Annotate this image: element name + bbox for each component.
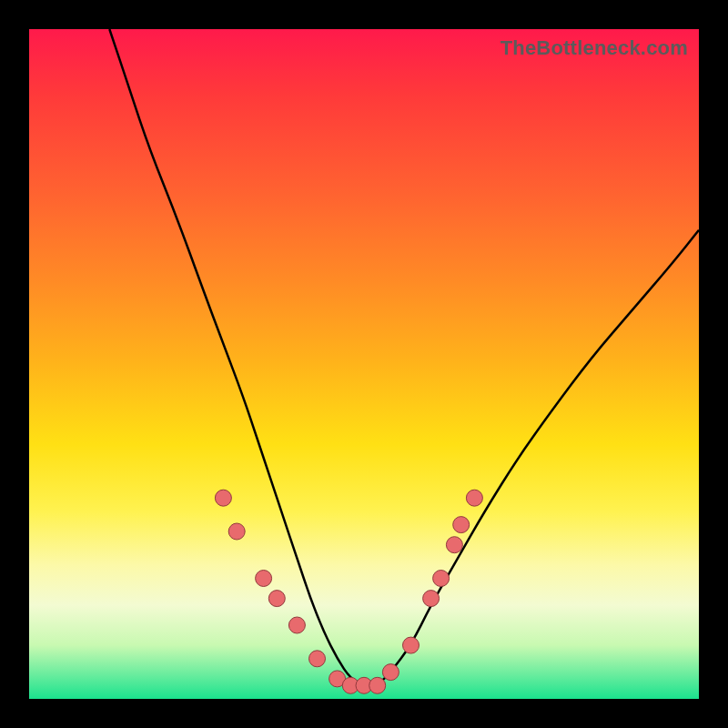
curve-dots [215,490,482,693]
curve-dot [403,637,420,653]
curve-line [109,29,699,685]
curve-dot [423,591,440,607]
curve-dot [433,571,450,587]
bottleneck-curve [29,29,699,699]
curve-dot [215,490,231,506]
curve-dot [288,617,305,633]
curve-dot [466,490,482,506]
plot-area: TheBottleneck.com [29,29,699,699]
curve-dot [446,537,462,553]
curve-dot [256,571,272,587]
curve-dot [228,523,245,540]
curve-dot [453,517,470,533]
chart-frame: TheBottleneck.com [0,0,728,728]
curve-dot [309,651,326,667]
curve-dot [382,664,399,681]
curve-dot [268,591,285,607]
curve-dot [369,677,386,693]
